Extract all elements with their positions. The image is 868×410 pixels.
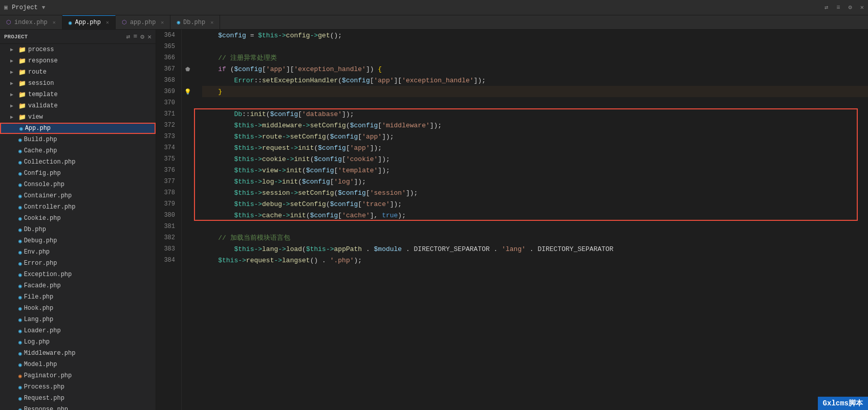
line-num-378: 378	[160, 187, 175, 198]
sidebar-item-label: template	[28, 91, 58, 98]
sync-icon[interactable]: ⇄	[824, 4, 828, 11]
tab-app-php[interactable]: ◉ App.php ✕	[62, 15, 116, 29]
sidebar-item-loader-php[interactable]: ▶ ◉ Loader.php	[0, 325, 156, 336]
file-icon: ◉	[18, 193, 22, 199]
sidebar-item-label: Cookie.php	[24, 215, 61, 222]
chevron-right-icon: ▶	[10, 47, 16, 53]
sidebar-item-hook-php[interactable]: ▶ ◉ Hook.php	[0, 303, 156, 314]
sidebar-item-middleware-php[interactable]: ▶ ◉ Middleware.php	[0, 348, 156, 359]
file-icon: ◉	[18, 328, 22, 334]
file-icon: ◉	[18, 170, 22, 177]
sidebar-item-error-php[interactable]: ▶ ◉ Error.php	[0, 258, 156, 269]
line-num-381: 381	[160, 221, 175, 232]
file-icon: ◉	[18, 249, 22, 256]
sidebar-item-label: Loader.php	[24, 327, 61, 334]
sidebar-item-container-php[interactable]: ▶ ◉ Container.php	[0, 190, 156, 201]
line-num-380: 380	[160, 210, 175, 221]
code-content[interactable]: $config = $this->config->get(); // 注册异常处…	[194, 30, 868, 410]
sidebar-sync-icon[interactable]: ⇄	[126, 33, 131, 41]
collapse-icon[interactable]: ≡	[836, 4, 840, 11]
code-line-367: if ($config['app']['exception_handle']) …	[202, 63, 868, 75]
sidebar-item-route[interactable]: ▶ 📁 route	[0, 66, 156, 78]
sidebar-close-icon[interactable]: ✕	[147, 33, 151, 41]
sidebar-item-view[interactable]: ▶ 📁 view	[0, 111, 156, 123]
sidebar-item-label: Controller.php	[24, 203, 76, 211]
line-num-365: 365	[160, 41, 175, 52]
file-icon: ◉	[18, 136, 22, 143]
tab-close-icon[interactable]: ✕	[106, 19, 109, 26]
sidebar-item-paginator-php[interactable]: ▶ ◉ Paginator.php	[0, 370, 156, 381]
sidebar-item-cookie-php[interactable]: ▶ ◉ Cookie.php	[0, 213, 156, 224]
sidebar-item-config-php[interactable]: ▶ ◉ Config.php	[0, 168, 156, 179]
line-num-373: 373	[160, 131, 175, 142]
sidebar-item-validate[interactable]: ▶ 📁 validate	[0, 100, 156, 111]
sidebar-item-response[interactable]: ▶ 📁 response	[0, 55, 156, 66]
sidebar-item-facade-php[interactable]: ▶ ◉ Facade.php	[0, 280, 156, 291]
tab-app-lower-php[interactable]: ⬡ app.php ✕	[116, 15, 170, 29]
chevron-icon: ▶	[10, 283, 16, 289]
sidebar-item-debug-php[interactable]: ▶ ◉ Debug.php	[0, 235, 156, 246]
file-icon: ◉	[18, 204, 22, 211]
line-num-367: 367	[160, 63, 175, 75]
sidebar-item-file-php[interactable]: ▶ ◉ File.php	[0, 291, 156, 303]
sidebar-item-cache-php[interactable]: ▶ ◉ Cache.php	[0, 145, 156, 156]
sidebar-item-label: File.php	[24, 293, 54, 301]
sidebar-item-exception-php[interactable]: ▶ ◉ Exception.php	[0, 269, 156, 280]
tab-app-icon: ◉	[69, 19, 72, 26]
line-num-377: 377	[160, 176, 175, 187]
line-num-382: 382	[160, 232, 175, 243]
tab-close-icon[interactable]: ✕	[53, 19, 56, 26]
tab-db-php[interactable]: ◉ Db.php ✕	[170, 15, 220, 29]
sidebar-item-console-php[interactable]: ▶ ◉ Console.php	[0, 179, 156, 190]
sidebar-item-controller-php[interactable]: ▶ ◉ Controller.php	[0, 201, 156, 213]
sidebar: Project ⇄ ≡ ⚙ ✕ ▶ 📁 process ▶ 📁 response…	[0, 30, 156, 410]
sidebar-item-label: Paginator.php	[24, 372, 72, 379]
gutter: ⬟ 💡	[182, 30, 194, 410]
sidebar-collapse-icon[interactable]: ≡	[134, 33, 138, 41]
sidebar-item-db-php[interactable]: ▶ ◉ Db.php	[0, 224, 156, 235]
close-icon[interactable]: ✕	[860, 4, 864, 11]
settings-icon[interactable]: ⚙	[849, 4, 852, 11]
tab-index-php[interactable]: ⬡ index.php ✕	[0, 15, 62, 29]
file-icon: ◉	[18, 350, 22, 357]
chevron-right-icon: ▶	[10, 114, 16, 120]
chevron-icon: ▶	[10, 159, 16, 165]
line-num-383: 383	[160, 243, 175, 255]
chevron-icon: ▶	[10, 395, 16, 401]
title-dropdown[interactable]: ▼	[42, 5, 46, 11]
tab-close-icon[interactable]: ✕	[161, 19, 164, 26]
chevron-icon: ▶	[10, 350, 16, 356]
sidebar-item-lang-php[interactable]: ▶ ◉ Lang.php	[0, 314, 156, 325]
sidebar-item-log-php[interactable]: ▶ ◉ Log.php	[0, 336, 156, 348]
sidebar-item-model-php[interactable]: ▶ ◉ Model.php	[0, 359, 156, 370]
file-icon: ◉	[18, 283, 22, 289]
sidebar-gear-icon[interactable]: ⚙	[140, 33, 144, 41]
chevron-icon: ▶	[10, 136, 16, 143]
sidebar-item-response-php[interactable]: ▶ ◉ Response.php	[0, 404, 156, 410]
title-bar: ▣ Project ▼ ⇄ ≡ ⚙ ✕	[0, 0, 868, 15]
sidebar-item-build-php[interactable]: ▶ ◉ Build.php	[0, 134, 156, 145]
code-line-365	[202, 41, 868, 52]
sidebar-item-label: Console.php	[24, 181, 64, 188]
code-line-375: $this->cookie->init($config['cookie']);	[202, 153, 868, 165]
sidebar-item-template[interactable]: ▶ 📁 template	[0, 89, 156, 100]
sidebar-item-request-php[interactable]: ▶ ◉ Request.php	[0, 393, 156, 404]
sidebar-item-label: Facade.php	[24, 282, 61, 289]
chevron-icon: ▶	[10, 271, 16, 278]
sidebar-item-process-php[interactable]: ▶ ◉ Process.php	[0, 381, 156, 393]
chevron-icon: ▶	[10, 249, 16, 255]
code-editor[interactable]: 364 365 366 367 368 369 370 371 372 373 …	[156, 30, 868, 410]
sidebar-item-session[interactable]: ▶ 📁 session	[0, 78, 156, 89]
sidebar-item-process[interactable]: ▶ 📁 process	[0, 44, 156, 55]
sidebar-title: Project	[4, 34, 28, 40]
tab-php-icon: ⬡	[6, 19, 11, 26]
line-num-370: 370	[160, 97, 175, 108]
code-line-369: }	[202, 86, 868, 97]
sidebar-item-collection-php[interactable]: ▶ ◉ Collection.php	[0, 156, 156, 168]
sidebar-item-env-php[interactable]: ▶ ◉ Env.php	[0, 246, 156, 258]
sidebar-item-app-php[interactable]: ▶ ◉ App.php	[0, 123, 156, 134]
file-icon: ◉	[18, 294, 22, 301]
tab-close-icon[interactable]: ✕	[210, 19, 213, 26]
sidebar-item-label: response	[28, 57, 58, 64]
sidebar-item-label: Log.php	[24, 338, 50, 346]
